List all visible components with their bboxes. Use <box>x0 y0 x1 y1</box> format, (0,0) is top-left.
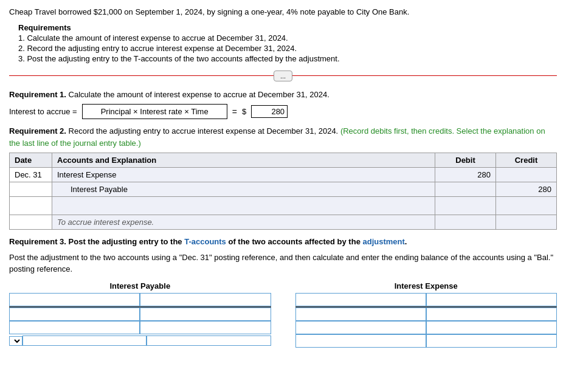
interest-label: Interest to accrue = <box>9 107 77 116</box>
te-r4-left-input[interactable] <box>296 335 426 347</box>
formula-box: Principal × Interest rate × Time <box>82 104 227 119</box>
tp-r4-select[interactable]: ▼ <box>10 337 22 345</box>
journal-debit-3 <box>435 197 496 215</box>
te-r1-right-input[interactable] <box>427 294 556 306</box>
req2-title: Requirement 2. Record the adjusting entr… <box>9 125 557 149</box>
journal-account-exp: To accrue interest expense. <box>52 215 435 230</box>
te-r4-right[interactable] <box>426 334 557 348</box>
tp-r4-right-input[interactable] <box>147 337 270 345</box>
tp-r1-right-input[interactable] <box>140 294 270 306</box>
interest-formula-row: Interest to accrue = Principal × Interes… <box>9 104 557 119</box>
tp-r4-select-cell[interactable]: ▼ <box>9 336 22 346</box>
journal-row-1: Dec. 31 Interest Expense 280 <box>10 168 557 182</box>
journal-credit-2: 280 <box>496 182 557 197</box>
journal-account-1: Interest Expense <box>52 168 435 182</box>
tp-r4-mid[interactable] <box>22 335 147 346</box>
journal-credit-3 <box>496 197 557 215</box>
te-r2-left[interactable] <box>295 308 426 321</box>
journal-account-3 <box>52 197 435 215</box>
interest-result-input[interactable] <box>251 105 288 118</box>
col-credit: Credit <box>496 153 557 168</box>
requirement3-section: Requirement 3. Post the adjusting entry … <box>9 236 557 348</box>
tp-r3-left-input[interactable] <box>10 322 139 334</box>
te-r1-left[interactable] <box>295 293 426 306</box>
expand-button[interactable]: ... <box>274 70 292 81</box>
intro-paragraph: Cheap Travel borrowed $21,000 on Septemb… <box>9 6 557 18</box>
te-r2-right[interactable] <box>426 308 557 321</box>
requirement1-section: Requirement 1. Calculate the amount of i… <box>9 89 557 120</box>
tp-r3-right-input[interactable] <box>140 322 270 334</box>
t-account-interest-payable: Interest Payable ▼ <box>9 281 271 348</box>
journal-debit-1: 280 <box>435 168 496 182</box>
te-r2-left-input[interactable] <box>296 308 426 320</box>
tp-r2-right-input[interactable] <box>140 308 270 320</box>
col-debit: Debit <box>435 153 496 168</box>
req1-title-rest: Calculate the amount of interest expense… <box>66 90 330 99</box>
journal-account-2: Interest Payable <box>52 182 435 197</box>
requirements-section: Requirements 1. Calculate the amount of … <box>9 23 557 63</box>
te-r3-left[interactable] <box>295 321 426 334</box>
te-r3-right-input[interactable] <box>427 322 556 334</box>
tp-r2-left-input[interactable] <box>10 308 139 320</box>
journal-row-3 <box>10 197 557 215</box>
tp-r3-left[interactable] <box>9 321 140 334</box>
te-r1-right[interactable] <box>426 293 557 306</box>
req3-title-rest: Post the adjusting entry to the T-accoun… <box>66 237 407 246</box>
req2-title-rest: Record the adjusting entry to accrue int… <box>66 126 338 136</box>
tp-r4-right[interactable] <box>147 335 271 346</box>
tp-r3-right[interactable] <box>140 321 271 334</box>
req1-intro: 1. Calculate the amount of interest expe… <box>18 33 557 43</box>
journal-date-1: Dec. 31 <box>10 168 52 182</box>
requirements-label: Requirements <box>18 23 71 32</box>
tp-r4-mid-input[interactable] <box>23 337 146 345</box>
tp-r2-left[interactable] <box>9 308 140 321</box>
journal-row-explanation: To accrue interest expense. <box>10 215 557 230</box>
req3-title: Requirement 3. Post the adjusting entry … <box>9 236 557 248</box>
journal-table: Date Accounts and Explanation Debit Cred… <box>9 153 557 230</box>
formula-text: Principal × Interest rate × Time <box>101 107 209 116</box>
tp-r2-right[interactable] <box>140 308 271 321</box>
col-date: Date <box>10 153 52 168</box>
journal-row-2: Interest Payable 280 <box>10 182 557 197</box>
journal-date-2 <box>10 182 52 197</box>
req2-title-bold: Requirement 2. <box>9 126 66 136</box>
journal-debit-2 <box>435 182 496 197</box>
t-account-expense-title: Interest Expense <box>295 281 557 291</box>
journal-credit-1 <box>496 168 557 182</box>
req1-title: Requirement 1. Calculate the amount of i… <box>9 89 557 101</box>
tp-r1-left[interactable] <box>9 293 140 306</box>
te-r1-left-input[interactable] <box>296 294 426 306</box>
t-account-payable-title: Interest Payable <box>9 281 271 291</box>
col-accounts: Accounts and Explanation <box>52 153 435 168</box>
journal-date-3 <box>10 197 52 215</box>
journal-debit-exp <box>435 215 496 230</box>
journal-credit-exp <box>496 215 557 230</box>
equals-sign: = <box>232 107 237 117</box>
intro-text: Cheap Travel borrowed $21,000 on Septemb… <box>9 7 409 16</box>
tp-r1-right[interactable] <box>140 293 271 306</box>
dollar-sign: $ <box>242 107 246 116</box>
te-r2-right-input[interactable] <box>427 308 556 320</box>
req1-title-bold: Requirement 1. <box>9 90 66 99</box>
t-accounts-container: Interest Payable ▼ <box>9 281 557 348</box>
te-r3-left-input[interactable] <box>296 322 426 334</box>
req3-note: Post the adjustment to the two accounts … <box>9 252 557 275</box>
requirement2-section: Requirement 2. Record the adjusting entr… <box>9 125 557 230</box>
req3-intro: 3. Post the adjusting entry to the T-acc… <box>18 54 557 63</box>
te-r3-right[interactable] <box>426 321 557 334</box>
t-account-interest-expense: Interest Expense <box>295 281 557 348</box>
te-r4-right-input[interactable] <box>427 335 556 347</box>
journal-date-exp <box>10 215 52 230</box>
req2-intro: 2. Record the adjusting entry to accrue … <box>18 44 557 53</box>
tp-r1-left-input[interactable] <box>10 294 139 306</box>
te-r4-left[interactable] <box>295 334 426 348</box>
req3-title-bold: Requirement 3. <box>9 237 66 246</box>
